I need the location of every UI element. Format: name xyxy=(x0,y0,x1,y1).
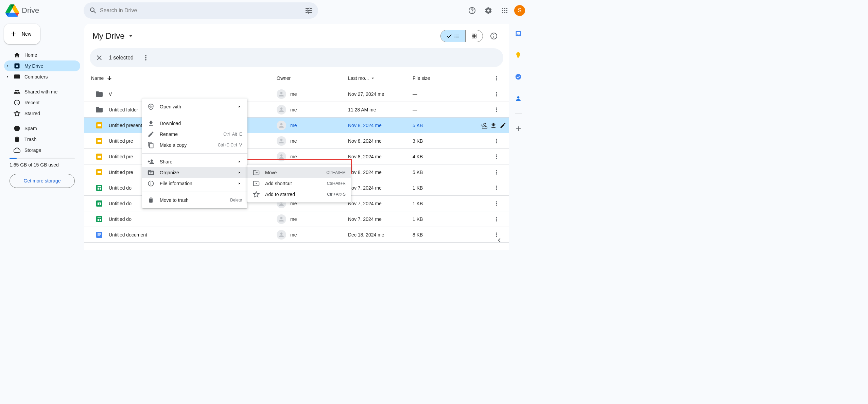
menu-trash[interactable]: Move to trashDelete xyxy=(142,195,247,206)
selection-bar: 1 selected xyxy=(90,48,503,67)
nav-spam[interactable]: Spam xyxy=(4,123,80,134)
list-view-button[interactable] xyxy=(441,30,466,42)
more-vert-icon xyxy=(493,185,500,191)
submenu-move[interactable]: MoveCtrl+Alt+M xyxy=(247,167,351,178)
star-icon xyxy=(14,110,20,117)
rename-icon xyxy=(147,131,154,138)
svg-text:31: 31 xyxy=(517,32,520,35)
logo-area[interactable]: Drive xyxy=(5,4,84,17)
owner-avatar xyxy=(277,214,286,224)
nav-star[interactable]: Starred xyxy=(4,108,80,119)
owner-avatar xyxy=(277,105,286,115)
file-row[interactable]: Untitled document me Dec 18, 2024 me 8 K… xyxy=(84,227,509,243)
folder-title-text: My Drive xyxy=(92,31,125,41)
row-more-button[interactable] xyxy=(490,212,503,226)
shortcut-label: Delete xyxy=(230,198,242,203)
file-name: V xyxy=(109,91,112,97)
menu-copy[interactable]: Make a copyCtrl+C Ctrl+V xyxy=(142,140,247,151)
recent-icon xyxy=(14,99,20,106)
nav-drive[interactable]: My Drive xyxy=(4,60,80,71)
calendar-app-button[interactable]: 31 xyxy=(511,27,525,40)
menu-open[interactable]: Open with xyxy=(142,101,247,112)
nav-shared[interactable]: Shared with me xyxy=(4,86,80,97)
nav-computers[interactable]: Computers xyxy=(4,71,80,82)
row-more-button[interactable] xyxy=(490,197,503,210)
search-icon xyxy=(89,6,97,15)
row-more-button[interactable] xyxy=(490,181,503,195)
support-button[interactable] xyxy=(465,4,479,17)
search-input[interactable] xyxy=(100,7,302,14)
row-more-button[interactable] xyxy=(490,87,503,101)
show-sidepanel-button[interactable] xyxy=(492,233,506,247)
more-vert-icon xyxy=(493,153,500,160)
shortcut-icon xyxy=(253,180,260,187)
account-avatar[interactable]: S xyxy=(514,5,525,16)
get-more-storage-button[interactable]: Get more storage xyxy=(10,174,75,188)
more-vert-icon xyxy=(493,169,500,176)
main-content: My Drive 1 selected Name Owner Last mo..… xyxy=(84,24,509,250)
tasks-app-button[interactable] xyxy=(511,70,525,84)
column-name[interactable]: Name xyxy=(90,75,277,81)
download-icon[interactable] xyxy=(490,122,497,129)
modified-date: Nov 7, 2024 me xyxy=(348,201,413,206)
submenu-star[interactable]: Add to starredCtrl+Alt+S xyxy=(247,189,351,200)
menu-info[interactable]: File information xyxy=(142,178,247,189)
apps-button[interactable] xyxy=(498,4,511,17)
column-owner[interactable]: Owner xyxy=(277,75,348,81)
owner-name: me xyxy=(290,91,297,97)
nav-trash[interactable]: Trash xyxy=(4,134,80,145)
new-button[interactable]: New xyxy=(4,24,40,44)
folder-title-dropdown[interactable]: My Drive xyxy=(90,30,137,42)
file-size: — xyxy=(413,107,481,112)
plus-icon xyxy=(514,125,522,133)
share-icon[interactable] xyxy=(481,122,487,129)
nav-storage[interactable]: Storage xyxy=(4,145,80,156)
row-more-button[interactable] xyxy=(490,150,503,163)
submenu-shortcut[interactable]: Add shortcutCtrl+Alt+R xyxy=(247,178,351,189)
rename-icon[interactable] xyxy=(500,122,506,129)
column-more-button[interactable] xyxy=(490,71,503,85)
help-icon xyxy=(468,6,476,15)
file-name: Untitled pre xyxy=(109,138,133,144)
app-name: Drive xyxy=(22,6,39,15)
nav-recent[interactable]: Recent xyxy=(4,97,80,108)
svg-rect-3 xyxy=(98,140,101,142)
search-box[interactable] xyxy=(84,2,318,19)
search-options-button[interactable] xyxy=(302,4,315,17)
menu-label: File information xyxy=(160,181,192,186)
row-more-button[interactable] xyxy=(490,134,503,148)
file-size: — xyxy=(413,91,481,97)
keep-app-button[interactable] xyxy=(511,48,525,62)
grid-icon xyxy=(471,33,477,39)
add-app-button[interactable] xyxy=(511,122,525,136)
contacts-app-button[interactable] xyxy=(511,92,525,105)
modified-date: Nov 7, 2024 me xyxy=(348,216,413,222)
chevron-left-icon xyxy=(495,236,503,244)
file-size: 8 KB xyxy=(413,232,481,238)
row-more-button[interactable] xyxy=(490,103,503,117)
settings-button[interactable] xyxy=(482,4,495,17)
close-selection-button[interactable] xyxy=(95,54,103,62)
row-more-button[interactable] xyxy=(490,165,503,179)
home-icon xyxy=(14,52,20,58)
trash-icon xyxy=(14,136,20,143)
file-row[interactable]: Untitled do me Nov 7, 2024 me 1 KB xyxy=(84,211,509,227)
file-name: Untitled folder xyxy=(109,107,138,112)
menu-organize[interactable]: Organize xyxy=(142,167,247,178)
info-button[interactable] xyxy=(487,29,501,43)
chevron-right-icon xyxy=(237,104,242,109)
keep-icon xyxy=(515,52,522,58)
nav-label: Starred xyxy=(24,111,40,116)
submenu-label: Move xyxy=(265,170,277,175)
menu-rename[interactable]: RenameCtrl+Alt+E xyxy=(142,129,247,140)
grid-view-button[interactable] xyxy=(466,30,483,42)
nav-home[interactable]: Home xyxy=(4,50,80,60)
column-size[interactable]: File size xyxy=(413,75,481,81)
file-name: Untitled pre xyxy=(109,170,133,175)
selection-more-button[interactable] xyxy=(139,51,153,65)
menu-download[interactable]: Download xyxy=(142,118,247,129)
info-icon xyxy=(490,32,498,40)
table-header: Name Owner Last mo... File size xyxy=(84,70,509,86)
menu-share[interactable]: Share xyxy=(142,156,247,167)
column-modified[interactable]: Last mo... xyxy=(348,75,413,81)
